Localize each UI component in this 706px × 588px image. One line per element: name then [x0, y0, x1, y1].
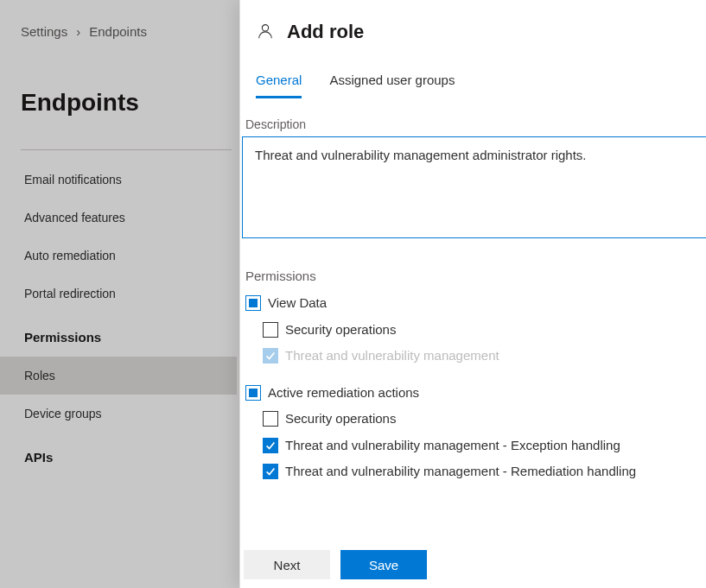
perm-ar-tvm-remediation-label: Threat and vulnerability management - Re… [285, 462, 636, 482]
checkbox-partial-icon[interactable] [245, 385, 261, 401]
perm-view-tvm: Threat and vulnerability management [242, 343, 706, 370]
sidebar-item-portal-redirection[interactable]: Portal redirection [21, 275, 237, 313]
save-button[interactable]: Save [340, 550, 427, 579]
perm-view-tvm-label: Threat and vulnerability management [285, 346, 499, 366]
checkbox-checked-icon[interactable] [263, 438, 278, 453]
panel-tabs: General Assigned user groups [240, 73, 706, 98]
side-nav: Email notifications Advanced features Au… [21, 161, 237, 477]
checkbox-partial-icon[interactable] [245, 295, 261, 311]
sidebar-header-apis: APIs [21, 433, 237, 477]
description-textarea[interactable] [242, 136, 706, 238]
panel-footer: Next Save [244, 550, 427, 579]
panel-body: Description Permissions View Data Securi… [240, 117, 706, 485]
perm-ar-security-ops-label: Security operations [285, 409, 396, 429]
sidebar-item-advanced-features[interactable]: Advanced features [21, 199, 237, 237]
tab-assigned-user-groups[interactable]: Assigned user groups [329, 73, 455, 98]
sidebar-item-auto-remediation[interactable]: Auto remediation [21, 237, 237, 275]
checkbox-unchecked-icon[interactable] [263, 322, 278, 338]
sidebar-item-email-notifications[interactable]: Email notifications [21, 161, 237, 199]
divider [21, 149, 232, 150]
perm-active-remediation[interactable]: Active remediation actions [242, 380, 706, 407]
panel-header: Add role [240, 21, 706, 43]
perm-view-data-label: View Data [268, 294, 327, 313]
permissions-label: Permissions [242, 269, 706, 283]
breadcrumb-current: Endpoints [89, 24, 147, 39]
breadcrumb-root[interactable]: Settings [21, 24, 67, 39]
perm-ar-tvm-exception[interactable]: Threat and vulnerability management - Ex… [242, 433, 706, 459]
perm-ar-tvm-remediation[interactable]: Threat and vulnerability management - Re… [242, 458, 706, 485]
description-label: Description [242, 117, 706, 131]
perm-ar-security-ops[interactable]: Security operations [242, 406, 706, 433]
perm-view-security-ops[interactable]: Security operations [242, 317, 706, 344]
sidebar-item-device-groups[interactable]: Device groups [21, 395, 237, 433]
perm-active-remediation-label: Active remediation actions [268, 383, 419, 403]
breadcrumb-separator: › [76, 24, 80, 39]
person-icon [256, 22, 275, 43]
sidebar-item-roles[interactable]: Roles [0, 357, 237, 395]
sidebar-header-permissions: Permissions [21, 313, 237, 357]
svg-point-0 [262, 24, 268, 30]
tab-general[interactable]: General [256, 73, 302, 98]
perm-view-security-ops-label: Security operations [285, 320, 396, 340]
checkbox-unchecked-icon[interactable] [263, 411, 278, 427]
perm-view-data[interactable]: View Data [242, 290, 706, 317]
next-button[interactable]: Next [244, 550, 330, 579]
add-role-panel: Add role General Assigned user groups De… [239, 0, 706, 588]
perm-ar-tvm-exception-label: Threat and vulnerability management - Ex… [285, 436, 620, 456]
panel-title: Add role [287, 21, 364, 43]
checkbox-checked-icon[interactable] [263, 464, 278, 479]
checkbox-checked-disabled-icon [263, 348, 278, 364]
